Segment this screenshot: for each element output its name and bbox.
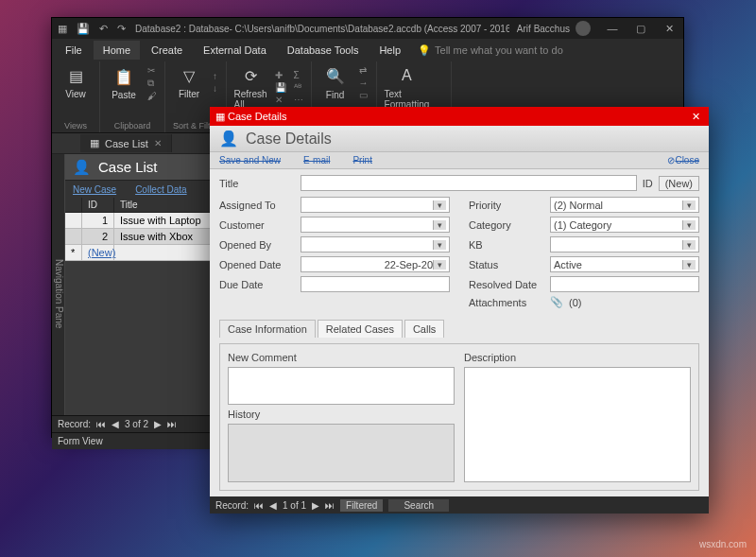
avatar <box>576 21 591 36</box>
cdnav-first-icon[interactable]: ⏮ <box>254 500 264 511</box>
cd-close-button[interactable]: ✕ <box>682 111 709 123</box>
select-icon[interactable]: ▭ <box>359 90 369 100</box>
copy-icon[interactable]: ⧉ <box>147 78 157 89</box>
tab-related[interactable]: Related Cases <box>318 320 403 338</box>
search-box[interactable]: Search <box>388 499 449 512</box>
resolved-input[interactable] <box>550 276 699 292</box>
close-link[interactable]: ⊘Close <box>667 155 699 165</box>
newcomment-input[interactable] <box>228 367 455 405</box>
refresh-button[interactable]: ⟳Refresh All <box>234 65 267 110</box>
close-link-label: Close <box>675 155 699 165</box>
save-record-icon[interactable]: 💾 <box>275 82 286 93</box>
find-icon: 🔍 <box>325 66 346 87</box>
doc-tab-caselist[interactable]: ▦ Case List ✕ <box>80 134 172 152</box>
duedate-input[interactable] <box>301 276 450 292</box>
cdnav-next-icon[interactable]: ▶ <box>312 500 319 511</box>
tab-calls[interactable]: Calls <box>404 320 444 338</box>
openeddate-label: Opened Date <box>219 259 295 270</box>
chevron-down-icon: ▾ <box>682 200 696 210</box>
format-painter-icon[interactable]: 🖌 <box>147 91 157 101</box>
goto-icon[interactable]: → <box>359 78 369 88</box>
delete-record-icon[interactable]: ✕ <box>275 95 286 105</box>
replace-icon[interactable]: ⇄ <box>359 65 369 76</box>
tab-create[interactable]: Create <box>142 41 192 60</box>
paperclip-icon[interactable]: 📎 <box>550 296 563 308</box>
col-id[interactable]: ID <box>82 198 114 212</box>
recnav-last-icon[interactable]: ⏭ <box>167 419 177 429</box>
user-area[interactable]: Arif Bacchus <box>509 21 598 36</box>
new-case-link[interactable]: New Case <box>73 184 116 195</box>
redo-icon[interactable]: ↷ <box>117 23 126 35</box>
resolved-label: Resolved Date <box>469 279 544 290</box>
navigation-pane[interactable]: Navigation Pane <box>52 154 65 415</box>
tab-file[interactable]: File <box>56 41 92 60</box>
sort-asc-icon[interactable]: ↑ <box>213 71 217 81</box>
new-record-icon[interactable]: ✚ <box>275 70 286 80</box>
history-box <box>228 424 455 482</box>
close-button[interactable]: ✕ <box>655 23 683 35</box>
tell-me[interactable]: 💡Tell me what you want to do <box>418 44 563 57</box>
tab-external[interactable]: External Data <box>194 41 276 60</box>
cut-icon[interactable]: ✂ <box>147 65 157 76</box>
paste-button[interactable]: 📋Paste <box>108 66 140 100</box>
maximize-button[interactable]: ▢ <box>627 23 655 35</box>
tab-dbtools[interactable]: Database Tools <box>278 41 369 60</box>
title-input[interactable] <box>301 175 637 191</box>
paste-label: Paste <box>112 90 136 100</box>
status-text: Form View <box>58 436 103 446</box>
undo-icon[interactable]: ↶ <box>99 23 108 35</box>
tab-home[interactable]: Home <box>94 41 140 60</box>
collect-data-link[interactable]: Collect Data <box>135 184 186 195</box>
save-and-new-link[interactable]: Save and New <box>219 155 281 165</box>
more-icon[interactable]: ⋯ <box>294 95 303 105</box>
recnav-next-icon[interactable]: ▶ <box>154 419 162 429</box>
filtered-badge[interactable]: Filtered <box>340 499 383 512</box>
category-combo[interactable]: (1) Category▾ <box>550 217 699 233</box>
email-link[interactable]: E-mail <box>303 155 330 165</box>
chevron-down-icon: ▾ <box>682 220 696 230</box>
kb-combo[interactable]: ▾ <box>550 236 699 252</box>
tab-help[interactable]: Help <box>369 41 410 60</box>
spelling-icon[interactable]: ᴬᴮ <box>294 82 303 93</box>
attachments-label: Attachments <box>469 297 544 308</box>
totals-icon[interactable]: Σ <box>294 70 303 80</box>
recnav-prev-icon[interactable]: ◀ <box>112 419 119 429</box>
kb-label: KB <box>469 239 544 251</box>
cell-id: 1 <box>82 213 114 228</box>
cdnav-last-icon[interactable]: ⏭ <box>325 500 335 511</box>
cd-tabs: Case Information Related Cases Calls <box>219 320 699 338</box>
view-icon: ▤ <box>65 65 86 86</box>
textfmt-icon: A <box>396 65 417 86</box>
minimize-button[interactable]: — <box>598 23 627 35</box>
chevron-down-icon: ▾ <box>433 200 446 210</box>
cdnav-prev-icon[interactable]: ◀ <box>269 500 277 511</box>
textfmt-button[interactable]: AText Formatting <box>385 65 430 110</box>
tab-case-info[interactable]: Case Information <box>219 320 316 338</box>
find-button[interactable]: 🔍Find <box>319 66 352 100</box>
user-name: Arif Bacchus <box>517 24 570 34</box>
description-input[interactable] <box>464 367 691 482</box>
close-tab-icon[interactable]: ✕ <box>154 138 162 148</box>
filter-button[interactable]: ▽Filter <box>173 65 205 99</box>
chevron-down-icon: ▾ <box>682 260 696 270</box>
title-label: Title <box>219 178 295 189</box>
cd-title-text: Case Details <box>228 111 286 122</box>
case-details-window: ▦ Case Details ✕ 👤 Case Details Save and… <box>210 107 709 513</box>
duedate-label: Due Date <box>219 279 295 290</box>
recnav-first-icon[interactable]: ⏮ <box>96 419 106 429</box>
customer-combo[interactable]: ▾ <box>301 217 450 233</box>
recnav-pos: 3 of 2 <box>125 419 148 429</box>
openeddate-combo[interactable]: 22-Sep-20▾ <box>301 256 450 272</box>
status-combo[interactable]: Active▾ <box>550 256 699 272</box>
sort-desc-icon[interactable]: ↓ <box>213 83 217 94</box>
cdnav-label: Record: <box>215 500 249 511</box>
titlebar: ▦ 💾 ↶ ↷ Database2 : Database- C:\Users\a… <box>52 18 683 39</box>
openedby-combo[interactable]: ▾ <box>301 236 450 252</box>
save-icon[interactable]: 💾 <box>77 23 90 35</box>
status-value: Active <box>554 259 582 270</box>
assigned-combo[interactable]: ▾ <box>301 197 450 213</box>
view-button[interactable]: ▤View <box>60 65 92 99</box>
case-list-icon: 👤 <box>73 159 91 176</box>
priority-combo[interactable]: (2) Normal▾ <box>550 197 699 213</box>
print-link[interactable]: Print <box>352 155 372 165</box>
